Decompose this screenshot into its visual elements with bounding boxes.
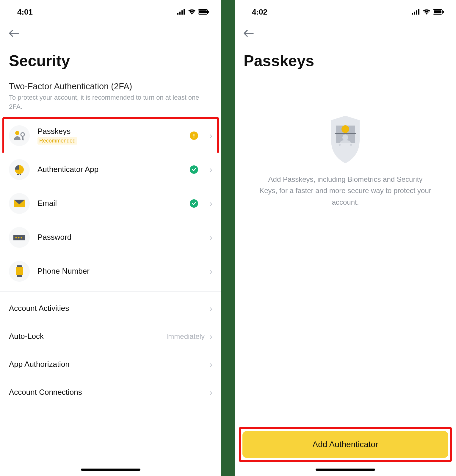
svg-point-8 [21,133,24,136]
email-icon [9,193,30,214]
row-passkeys[interactable]: Passkeys Recommended › [0,119,221,153]
battery-icon [198,9,209,15]
chevron-right-icon: › [209,131,212,141]
svg-point-16 [18,237,20,238]
row-title: Phone Number [37,267,202,276]
svg-point-29 [341,125,349,133]
warning-status-icon [190,131,198,140]
status-bar: 4:02 [235,0,456,21]
chevron-right-icon: › [209,266,212,276]
row-title: Email [37,199,182,208]
row-title: Password [37,233,202,242]
svg-rect-9 [194,134,195,136]
chevron-right-icon: › [209,303,212,314]
row-label: Auto-Lock [9,332,44,341]
svg-rect-6 [208,11,209,13]
empty-state: Add Passkeys, including Biometrics and S… [235,79,456,423]
svg-rect-26 [443,11,444,13]
svg-rect-25 [434,10,441,13]
home-indicator [316,469,375,471]
home-indicator [81,469,140,471]
row-label: App Authorization [9,360,70,369]
svg-rect-22 [416,10,417,15]
password-icon [9,227,30,248]
row-title: Passkeys [37,127,182,136]
authenticator-icon [9,159,30,180]
svg-rect-12 [20,174,21,175]
row-account-connections[interactable]: Account Connections › [0,378,221,406]
svg-rect-0 [177,13,178,15]
chevron-right-icon: › [209,165,212,175]
empty-state-text: Add Passkeys, including Biometrics and S… [235,165,456,217]
chevron-right-icon: › [209,387,212,397]
chevron-right-icon: › [209,331,212,342]
svg-rect-19 [16,267,23,275]
wifi-icon [423,9,430,15]
section-divider [0,291,221,292]
status-icons [412,9,444,15]
row-account-activities[interactable]: Account Activities › [0,295,221,322]
status-time: 4:01 [17,7,33,17]
back-button[interactable] [9,30,19,37]
add-authenticator-button[interactable]: Add Authenticator [242,431,448,458]
svg-rect-23 [418,9,419,15]
row-phone-number[interactable]: Phone Number › [0,254,221,288]
row-title: Authenticator App [37,165,182,174]
page-title: Security [0,43,221,79]
chevron-right-icon: › [209,198,212,209]
screen-security: 4:01 Security Two-Factor Authentication … [0,0,221,476]
recommended-badge: Recommended [37,137,77,145]
cellular-signal-icon [177,9,186,15]
svg-point-7 [15,131,19,135]
status-icons [177,9,209,15]
nav-back [0,21,221,43]
svg-rect-1 [179,12,181,15]
row-email[interactable]: Email › [0,187,221,220]
svg-rect-10 [194,137,195,137]
svg-point-17 [21,237,22,238]
svg-rect-21 [414,12,415,15]
svg-rect-11 [17,174,19,175]
svg-point-15 [15,237,17,238]
ok-status-icon [190,199,198,208]
screenshot-divider [221,0,235,476]
row-auto-lock[interactable]: Auto-Lock Immediately› [0,322,221,350]
status-bar: 4:01 [0,0,221,21]
empty-illustration-icon [325,114,366,165]
svg-rect-20 [412,13,413,15]
row-authenticator-app[interactable]: Authenticator App › [0,153,221,187]
passkeys-icon [9,125,30,146]
tfa-heading: Two-Factor Authentication (2FA) [0,79,221,93]
chevron-right-icon: › [209,359,212,369]
wifi-icon [188,9,196,15]
page-title: Passkeys [235,43,456,79]
row-label: Account Connections [9,388,82,397]
row-label: Account Activities [9,304,69,313]
row-app-authorization[interactable]: App Authorization › [0,350,221,378]
ok-status-icon [190,165,198,174]
tfa-description: To protect your account, it is recommend… [0,93,221,119]
row-value: Immediately [166,332,205,341]
svg-rect-5 [199,10,207,13]
battery-icon [433,9,444,15]
svg-point-30 [342,134,348,140]
svg-rect-3 [184,9,185,15]
screen-passkeys: 4:02 Passkeys [235,0,456,476]
cellular-signal-icon [412,9,420,15]
svg-rect-2 [181,10,183,15]
back-button[interactable] [244,30,254,37]
nav-back [235,21,456,43]
status-time: 4:02 [252,7,267,17]
chevron-right-icon: › [209,232,212,242]
row-password[interactable]: Password › [0,220,221,254]
phone-icon [9,261,30,282]
